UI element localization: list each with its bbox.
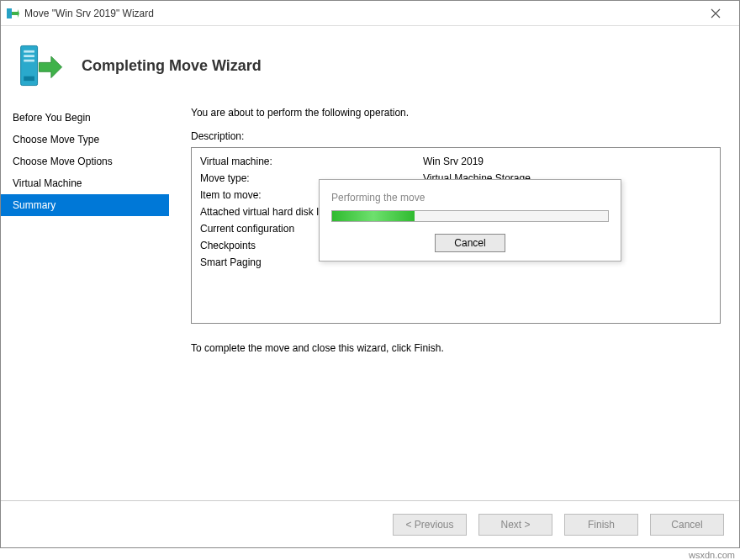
step-before-you-begin[interactable]: Before You Begin (1, 107, 169, 129)
desc-label: Virtual machine: (200, 153, 423, 170)
description-label: Description: (191, 130, 721, 142)
window-title: Move "Win Srv 2019" Wizard (24, 8, 699, 19)
progress-cancel-button[interactable]: Cancel (435, 234, 505, 252)
cancel-button[interactable]: Cancel (650, 514, 724, 536)
wizard-footer: < Previous Next > Finish Cancel (1, 500, 739, 547)
wizard-title: Completing Move Wizard (82, 57, 262, 75)
wizard-header: Completing Move Wizard (1, 26, 739, 100)
progress-dialog: Performing the move Cancel (319, 179, 621, 262)
intro-text: You are about to perform the following o… (191, 107, 721, 119)
finish-button[interactable]: Finish (564, 514, 638, 536)
next-button[interactable]: Next > (478, 514, 552, 536)
svg-rect-6 (24, 77, 34, 81)
desc-value: Win Srv 2019 (423, 153, 711, 170)
server-move-icon (18, 41, 66, 90)
progress-bar (331, 210, 609, 222)
svg-rect-4 (24, 55, 34, 57)
wizard-window: Move "Win Srv 2019" Wizard Completing Mo… (0, 0, 740, 548)
progress-fill (332, 211, 415, 221)
step-choose-move-options[interactable]: Choose Move Options (1, 151, 169, 172)
titlebar: Move "Win Srv 2019" Wizard (1, 1, 739, 26)
finish-instruction: To complete the move and close this wiza… (191, 342, 721, 354)
previous-button[interactable]: < Previous (393, 514, 467, 536)
wizard-body: Before You Begin Choose Move Type Choose… (1, 100, 739, 500)
step-sidebar: Before You Begin Choose Move Type Choose… (1, 100, 169, 500)
close-icon[interactable] (699, 2, 732, 25)
svg-rect-3 (24, 50, 34, 53)
svg-rect-5 (24, 60, 34, 62)
step-virtual-machine[interactable]: Virtual Machine (1, 172, 169, 194)
watermark: wsxdn.com (689, 550, 735, 560)
app-icon (6, 7, 19, 20)
progress-button-row: Cancel (331, 234, 609, 252)
svg-rect-0 (7, 8, 12, 18)
desc-row-vm: Virtual machine: Win Srv 2019 (200, 153, 711, 170)
wizard-main: You are about to perform the following o… (169, 100, 729, 500)
progress-label: Performing the move (331, 192, 609, 203)
step-summary[interactable]: Summary (1, 194, 169, 216)
step-choose-move-type[interactable]: Choose Move Type (1, 129, 169, 151)
